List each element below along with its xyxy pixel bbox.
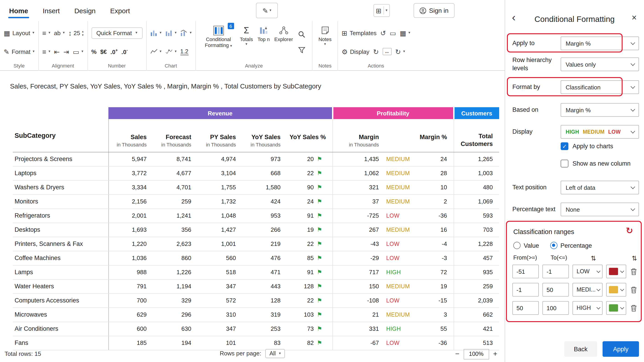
table-row[interactable]: Water Heaters7911,194347443128⚑150MEDIUM… [13,279,499,293]
explorer-button[interactable]: Explorer [272,22,295,43]
close-icon[interactable]: × [632,13,637,22]
row-height-stepper[interactable]: ↕ 25 ▴▾ [68,30,84,36]
format-button[interactable]: ✎ Format ▾ [4,48,34,55]
chevron-down-icon: ▾ [246,42,247,46]
column-chart-button[interactable]: ▾ [165,30,176,36]
text-case-button[interactable]: ab▾ [54,30,65,36]
based-on-dropdown[interactable]: Margin % [561,103,639,117]
apply-button[interactable]: Apply [602,341,639,357]
tab-home[interactable]: Home [8,1,29,20]
tab-export[interactable]: Export [109,1,131,20]
table-row[interactable]: Lamps9881,22651847191⚑717HIGH72935 [13,265,499,279]
radio-percentage[interactable]: Percentage [550,242,592,249]
combo-chart-button[interactable]: ▾ [180,30,192,36]
format-by-dropdown[interactable]: Classification [561,80,639,94]
percentage-text-dropdown[interactable]: None [561,203,639,216]
delete-range-button[interactable] [630,285,638,294]
cell-margin-pct: MEDIUM2 [385,194,454,209]
row-hierarchy-dropdown[interactable]: Values only [561,58,639,71]
fit-width-button[interactable]: ↔ [382,48,392,55]
ruler-button[interactable]: ▭ [390,30,396,36]
table-row[interactable]: Air Conditioners60063034725373⚑331HIGH55… [13,322,499,336]
table-row[interactable]: Projectors & Screens5,9478,7414,97497320… [13,152,499,166]
range-color-dropdown[interactable] [606,283,626,296]
delete-range-button[interactable] [630,303,638,312]
table-row[interactable]: Desktops1,6933561,42726619⚑267MEDIUM1670… [13,223,499,237]
range-color-dropdown[interactable] [606,265,626,278]
zoom-level-value[interactable]: 100% [464,349,489,359]
layout-button[interactable]: ▦ Layout ▾ [4,30,34,36]
chevron-down-icon [630,40,635,45]
range-label-dropdown[interactable]: MEDI... [572,283,602,296]
outdent-button[interactable]: ⇤ [54,48,60,55]
range-label-dropdown[interactable]: HIGH [572,301,602,315]
table-row[interactable]: Computers Accessories70032957212822⚑-108… [13,293,499,307]
percent-format-button[interactable]: % [91,48,96,55]
rows-per-page-dropdown[interactable]: All ▾ [265,349,285,358]
back-chevron-icon[interactable]: ‹ [512,12,516,23]
table-row[interactable]: Printers, Scanners & Fax1,2202,6231,0012… [13,237,499,251]
table-row[interactable]: Microwaves629296310319103⚑21MEDIUM3662 [13,307,499,322]
line-chart-button[interactable]: ▾ [150,48,162,55]
edit-mode-button[interactable]: ✎ ▾ [256,3,278,18]
zoom-out-button[interactable]: − [455,350,460,358]
range-to-input[interactable] [542,301,569,315]
bar-chart-button[interactable]: ▾ [150,30,162,36]
conditional-formatting-button[interactable]: 6 ConditionalFormatting ▾ [199,22,238,50]
horizontal-align-button[interactable]: ≡▾ [42,30,50,36]
margin-pct-value: 3 [444,311,447,318]
table-row[interactable]: Laptops3,7724,6773,10466822⚑1,062MEDIUM2… [13,166,499,180]
range-label-dropdown[interactable]: LOW [572,265,602,278]
add-visual-button[interactable]: ⊞ ▾ [374,4,390,17]
range-color-dropdown[interactable] [606,301,626,315]
display-dropdown[interactable]: HIGHMEDIUMLOW [561,125,639,139]
reset-ranges-icon[interactable]: ↻ [626,225,633,236]
range-to-input[interactable] [542,283,569,296]
redo-button[interactable]: ↻ [373,48,379,55]
margin-pct-wrap: LOW-36 [385,339,454,346]
zoom-in-button[interactable]: + [493,350,497,358]
step-up-icon[interactable]: ▴ [82,30,84,33]
vertical-align-button[interactable]: ≡▾ [42,48,50,55]
templates-button[interactable]: ⊞Templates [342,30,377,36]
sign-in-button[interactable]: Sign in [414,3,454,18]
decrease-decimal-button[interactable]: .0- [122,48,128,55]
apply-to-dropdown[interactable]: Margin % [561,37,639,50]
delete-range-button[interactable] [630,267,638,276]
table-row[interactable]: Refrigerators2,0011,2411,04895391⚑-725LO… [13,209,499,223]
top-n-button[interactable]: Top n [255,22,272,43]
text-wrap-button[interactable]: ▭▾ [73,48,83,55]
sort-icon[interactable]: ⇅ [632,255,637,262]
increase-decimal-button[interactable]: .0+ [110,48,118,55]
tab-design[interactable]: Design [73,1,96,20]
show-as-new-column-checkbox[interactable] [561,160,568,167]
display-button[interactable]: ⚙Display [342,48,369,55]
step-down-icon[interactable]: ▾ [82,33,84,36]
undo-button[interactable]: ↺ [380,30,386,36]
sparkline-button[interactable]: ▾ [165,48,176,55]
indent-button[interactable]: ⇥ [63,48,69,55]
range-from-input[interactable] [512,265,539,278]
search-button[interactable] [298,31,306,38]
chart-decimal-button[interactable]: 1.2 [180,48,188,55]
text-position-dropdown[interactable]: Left of data [561,181,639,194]
table-row[interactable]: Monitors2,1562591,73242424⚑37MEDIUM21,06… [13,194,499,209]
tab-insert[interactable]: Insert [42,1,60,20]
range-from-input[interactable] [512,301,539,315]
apply-to-charts-checkbox[interactable] [561,142,568,150]
radio-value[interactable]: Value [513,242,539,249]
notes-button[interactable]: Notes ▾ [316,22,334,63]
range-from-input[interactable] [512,283,539,296]
sort-icon[interactable]: ⇅ [591,255,596,262]
ribbon-group-analyze: 6 ConditionalFormatting ▾ Σ Totals ▾ Top… [196,21,312,71]
totals-button[interactable]: Σ Totals ▾ [238,22,255,47]
range-to-input[interactable] [542,265,569,278]
export-excel-button[interactable]: ▦▾ [400,30,410,36]
back-button[interactable]: Back [564,341,597,357]
currency-format-button[interactable]: $€ [100,48,107,55]
refresh-button[interactable]: ↻▾ [395,48,405,55]
table-row[interactable]: Washers & Dryers3,3344,7011,7551,58090⚑3… [13,180,499,194]
table-row[interactable]: Coffee Machines1,03686056047685⚑-29LOW-3… [13,251,499,265]
quick-format-dropdown[interactable]: Quick Format ▾ [91,27,142,39]
filter-button[interactable] [298,47,305,53]
